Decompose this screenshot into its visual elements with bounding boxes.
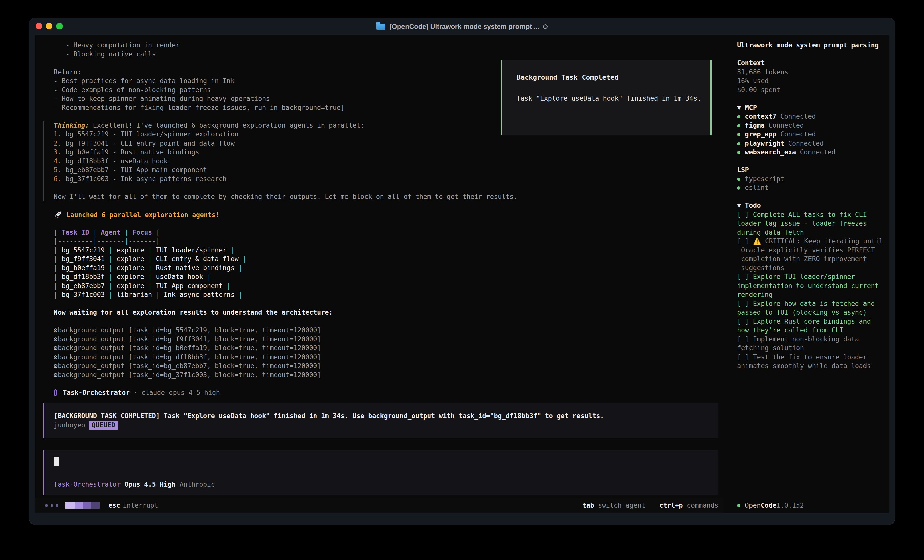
queued-badge: QUEUED [88,421,118,430]
status-dot-icon [737,124,741,127]
text-cursor [54,457,58,466]
terminal-content: - Heavy computation in render - Blocking… [35,35,889,512]
minimize-button[interactable] [46,23,52,29]
context-used: 16% used [737,76,889,85]
tool-call-line: ⚙background_output [task_id=bg_5547c219,… [54,326,723,335]
zoom-button[interactable] [56,23,63,29]
todo-item-line: animates smoothly while data loads [737,362,889,371]
spacer [737,157,889,166]
mcp-heading[interactable]: ▼ MCP [737,103,889,112]
tab-key-label: switch agent [598,502,645,509]
lsp-item: eslint [737,183,889,192]
todo-item-line: how they're called from CLI [737,326,889,335]
completed-text: [BACKGROUND TASK COMPLETED] Task "Explor… [54,412,718,421]
completed-meta-line: junhoyeoQUEUED [54,421,718,430]
mcp-item: grep_app Connected [737,130,889,139]
window-title: [OpenCode] Ultrawork mode system prompt … [389,23,539,31]
todo-item-line: [ ] Complete ALL tasks to fix CLI [737,210,889,219]
table-row: | bg_37f1c003 | librarian | Ink async pa… [54,290,723,299]
esc-key-label: interrupt [123,502,158,509]
spinner-dot-icon [51,504,53,506]
thinking-outro-line: Now I'll wait for all of them to complet… [54,192,723,201]
gear-icon: ⚙ [54,353,58,361]
mcp-item: figma Connected [737,121,889,130]
spinner-dot-icon [56,504,58,506]
titlebar[interactable]: [OpenCode] Ultrawork mode system prompt … [29,18,895,35]
spacer [54,201,723,210]
background-task-completed-block: [BACKGROUND TASK COMPLETED] Task "Explor… [43,403,718,438]
input-model[interactable]: Opus 4.5 High [124,481,176,488]
todo-item-line: loader lag issue - loader freezes [737,219,889,228]
traffic-lights [36,23,63,29]
progress-circle-icon [543,24,548,29]
gear-icon: ⚙ [54,326,58,334]
tab-key-hint: tab [582,502,594,509]
sidebar-footer: Open Code 1.0.152 [737,498,804,512]
rocket-icon [54,210,62,219]
thinking-item: 3. bg_b0effa19 - Rust native bindings [54,148,723,157]
gear-icon: ⚙ [54,371,58,379]
chevron-down-icon[interactable]: ▼ [737,202,741,209]
todo-item-line: implementation to understand current [737,281,889,290]
todo-item-line: [ ] Explore Rust core bindings and [737,317,889,326]
spacer [737,50,889,59]
ctrlp-key-hint: ctrl+p [659,502,683,509]
progress-spinner-icon [65,502,100,509]
mcp-heading-label: MCP [745,104,757,111]
table-row: | bg_df18bb3f | explore | useData hook | [54,273,723,281]
app-version: 1.0.152 [776,502,804,509]
todo-item-line: passed to TUI (blocking vs async) [737,308,889,317]
completed-user: junhoyeo [54,421,85,429]
input-meta-row: Task-Orchestrator Opus 4.5 High Anthropi… [54,481,215,488]
status-dot-icon [737,186,741,190]
esc-key-hint: esc [108,502,120,509]
todo-item-line: completion with ZERO improvement [737,255,889,264]
todo-heading-label: Todo [745,202,761,209]
agent-row: Task-Orchestrator · claude-opus-4-5-high [54,388,723,397]
thinking-item: 4. bg_df18bb3f - useData hook [54,157,723,166]
table-header-row: | Task ID | Agent | Focus | [54,228,723,237]
agent-square-icon [54,389,57,396]
spacer [737,192,889,201]
spacer [54,219,723,228]
mcp-item: playwright Connected [737,139,889,148]
chevron-down-icon[interactable]: ▼ [737,104,741,111]
agent-separator [129,389,134,397]
tool-call-lines: ⚙background_output [task_id=bg_5547c219,… [54,326,723,379]
agent-model-name: claude-opus-4-5-high [141,389,220,397]
gear-icon: ⚙ [54,362,58,370]
spacer [737,94,889,103]
table-row: | bg_f9ff3041 | explore | CLI entry & da… [54,255,723,264]
status-bar: esc interrupt tab switch agent ctrl+p co… [35,498,723,512]
spinner-dot-icon [45,504,48,506]
mcp-item: websearch_exa Connected [737,148,889,157]
agent-dot-sep: · [134,389,138,397]
todo-item-line: [ ] Implement non-blocking data [737,335,889,344]
status-dot-icon [737,142,741,145]
spacer [54,183,723,192]
status-dot-icon [737,151,741,154]
close-button[interactable] [36,23,42,29]
input-provider: Anthropic [180,481,215,488]
status-dot-icon [737,178,741,181]
input-agent-name[interactable]: Task-Orchestrator [54,481,120,488]
launch-banner: Launched 6 parallel exploration agents! [54,210,723,219]
gear-icon: ⚙ [54,335,58,343]
todo-heading[interactable]: ▼ Todo [737,201,889,210]
status-dot-icon [737,504,741,507]
tool-call-line: ⚙background_output [task_id=bg_eb87ebb7,… [54,362,723,371]
tool-call-line: ⚙background_output [task_id=bg_b0effa19,… [54,344,723,353]
toast-title: Background Task Completed [516,73,710,81]
spacer [54,379,723,388]
thinking-label: Thinking: [54,122,89,129]
prompt-input[interactable]: Task-Orchestrator Opus 4.5 High Anthropi… [43,450,718,495]
todo-item-line: during data fetch [737,228,889,237]
agent-model [137,389,141,397]
spacer [54,317,723,326]
context-tokens: 31,686 tokens [737,68,889,77]
todo-item-line: [ ] Explore TUI loader/spinner [737,273,889,281]
context-heading: Context [737,59,889,68]
sidebar: Ultrawork mode system prompt parsing Con… [730,35,889,512]
table-row: | bg_b0effa19 | explore | Rust native bi… [54,264,723,273]
tool-call-line: ⚙background_output [task_id=bg_37f1c003,… [54,371,723,380]
